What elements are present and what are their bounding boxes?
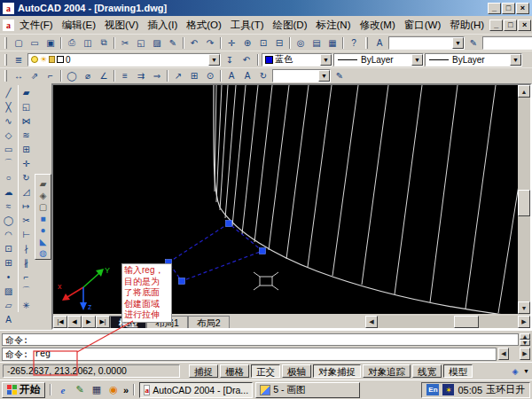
command-scroll-left-icon[interactable]: ◀	[498, 348, 509, 360]
center-mark-button[interactable]: ⊙	[202, 69, 218, 83]
ordinate-dimension-button[interactable]: ⌐	[43, 69, 59, 83]
pan-realtime-button[interactable]: ✛	[223, 35, 239, 50]
rotate-button[interactable]: ↻	[19, 170, 34, 184]
menu-item[interactable]: 视图(V)	[100, 17, 143, 34]
2d-solid-button[interactable]: ▰	[35, 178, 51, 190]
command-history[interactable]: 命令:	[2, 333, 519, 346]
sphere-button[interactable]: ●	[35, 224, 51, 236]
stretch-button[interactable]: ↦	[19, 199, 34, 213]
layer-manager-button[interactable]: ≣	[11, 52, 27, 66]
lineweight-combo[interactable]: ByLayer ▼	[425, 53, 522, 66]
hatch-button[interactable]: ▨	[1, 284, 16, 298]
help-button[interactable]: ?	[346, 35, 362, 50]
tolerance-button[interactable]: ⊞	[186, 69, 202, 83]
surface-generator-line[interactable]	[308, 85, 332, 267]
quick-dimension-button[interactable]: ≡	[117, 69, 133, 83]
quick-leader-button[interactable]: ↗	[170, 69, 186, 83]
erase-button[interactable]: ▰	[19, 85, 34, 99]
menu-item[interactable]: 工具(T)	[226, 17, 269, 34]
doc-minimize-button[interactable]: _	[489, 20, 503, 31]
layer-on-icon[interactable]	[31, 56, 38, 63]
paste-button[interactable]: ▨	[149, 35, 165, 50]
surface-generator-line[interactable]	[242, 85, 258, 234]
polyline-button[interactable]: ∿	[1, 113, 16, 128]
rectangle-button[interactable]: ▭	[1, 142, 16, 156]
menu-item[interactable]: 绘图(D)	[269, 17, 312, 34]
open-button[interactable]: ▭	[27, 35, 43, 50]
layer-combo[interactable]: ☀ 0 ▼	[27, 53, 221, 66]
status-toggle-5[interactable]: 对象追踪	[363, 364, 411, 378]
move-button[interactable]: ✛	[19, 156, 34, 170]
3d-face-button[interactable]: ◈	[35, 190, 51, 201]
publish-button[interactable]: ⧉	[96, 35, 112, 50]
tab-nav-button[interactable]: ▶|	[96, 316, 110, 328]
linetype-combo[interactable]: ByLayer ▼	[333, 53, 424, 66]
construction-line-button[interactable]: ╳	[1, 99, 16, 113]
status-toggle-6[interactable]: 线宽	[412, 364, 442, 378]
extend-button[interactable]: ⊢	[19, 227, 34, 241]
tab-nav-button[interactable]: ◀	[67, 316, 82, 328]
grip-point[interactable]	[260, 248, 266, 254]
spline-button[interactable]: ≈	[1, 199, 16, 213]
toolbar-grip[interactable]	[4, 37, 7, 49]
region-button[interactable]: ▱	[1, 298, 16, 312]
scale-button[interactable]: ◿	[19, 184, 34, 199]
surface-generator-line[interactable]	[498, 85, 518, 313]
start-button[interactable]: 开始	[2, 382, 45, 398]
break-button[interactable]: ∦	[19, 255, 34, 270]
tab-nav-button[interactable]: |◀	[53, 316, 67, 328]
surface-generator-line[interactable]	[430, 85, 458, 302]
baseline-dimension-button[interactable]: ⇉	[133, 69, 149, 83]
aligned-dimension-button[interactable]: ⇗	[27, 69, 43, 83]
language-indicator[interactable]: En	[426, 384, 439, 395]
surface-generator-line[interactable]	[269, 85, 289, 250]
match-properties-button[interactable]: ✎	[165, 35, 181, 50]
layer-lock-icon[interactable]	[49, 56, 55, 63]
copy-button[interactable]: ◱	[133, 35, 149, 50]
surface-generator-line[interactable]	[332, 85, 358, 276]
menu-item[interactable]: 标注(N)	[312, 17, 356, 34]
taskbar-task-1[interactable]: 5 - 画图	[255, 382, 360, 398]
command-input[interactable]: 命令: reg	[2, 348, 497, 361]
surface-generator-line[interactable]	[395, 85, 422, 294]
communication-center-icon[interactable]: ◈	[509, 365, 521, 378]
taskbar-task-0[interactable]: aAutoCAD 2004 - [Dra...	[139, 382, 253, 398]
dim-style-combo[interactable]: ▼	[482, 36, 532, 50]
save-button[interactable]: ▣	[43, 35, 59, 50]
mirror-button[interactable]: ⋈	[19, 113, 34, 128]
restore-button[interactable]: □	[502, 3, 515, 14]
scroll-up-icon[interactable]: ▲	[518, 85, 530, 98]
scroll-right-icon[interactable]: ▶	[518, 316, 530, 328]
polygon-button[interactable]: ◇	[1, 128, 16, 142]
plot-button[interactable]: ⎙	[64, 35, 80, 50]
arc-button[interactable]: ⌒	[1, 156, 16, 170]
surface-generator-line[interactable]	[215, 85, 216, 192]
dimension-text-edit-button[interactable]: A	[239, 69, 255, 83]
menu-item[interactable]: 修改(M)	[355, 17, 399, 34]
toolbar-grip[interactable]	[4, 70, 7, 82]
scroll-down-icon[interactable]: ▼	[518, 301, 530, 314]
close-button[interactable]: ×	[516, 3, 529, 14]
command-scroll-right-icon[interactable]: ▶	[520, 348, 530, 360]
solid-box-button[interactable]: ■	[35, 213, 51, 224]
circle-button[interactable]: ○	[1, 170, 16, 184]
menu-item[interactable]: 文件(F)	[15, 17, 58, 34]
menu-item[interactable]: 格式(O)	[182, 17, 226, 34]
dimension-style-manager-button[interactable]: ✎	[332, 69, 348, 83]
scroll-left-icon[interactable]: ◀	[365, 316, 378, 328]
layer-color-swatch[interactable]	[57, 56, 64, 63]
status-toggle-7[interactable]: 模型	[443, 364, 473, 378]
point-button[interactable]: •	[1, 270, 16, 284]
ellipse-button[interactable]: ◯	[1, 213, 16, 227]
chevron-down-icon[interactable]: ▼	[320, 54, 332, 66]
ellipse-arc-button[interactable]: ◠	[1, 227, 16, 241]
status-toggle-1[interactable]: 栅格	[220, 364, 249, 378]
media-player-icon[interactable]: ◉	[106, 383, 121, 397]
vertical-scroll-thumb[interactable]	[518, 190, 530, 216]
layer-freeze-icon[interactable]: ☀	[40, 55, 47, 64]
selected-region-outline[interactable]	[168, 223, 262, 281]
show-desktop-icon[interactable]: ▦	[90, 383, 104, 397]
chevron-down-icon[interactable]: ▼	[208, 54, 220, 66]
tab-layout2[interactable]: 布局2	[188, 316, 230, 328]
dimension-style-combo[interactable]: ▼	[272, 69, 331, 82]
